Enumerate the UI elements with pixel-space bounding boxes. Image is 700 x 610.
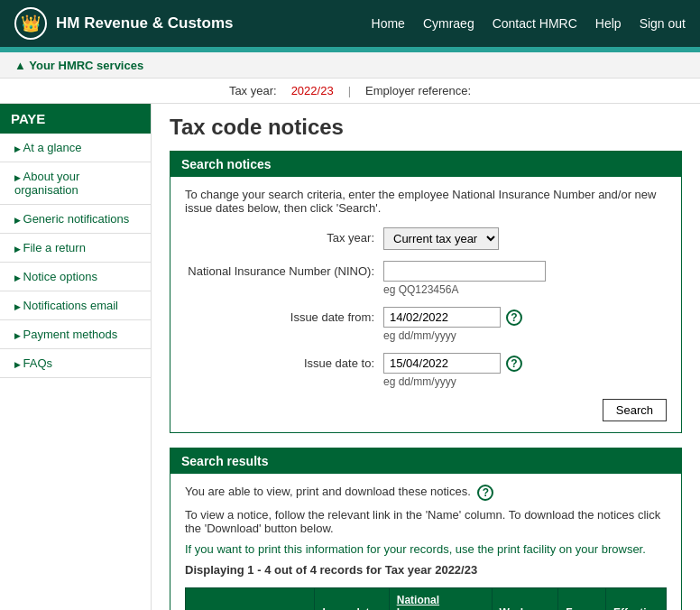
- search-box: Search notices To change your search cri…: [170, 151, 682, 433]
- sidebar-item-at-a-glance[interactable]: At a glance: [0, 134, 151, 162]
- nino-control-group: eg QQ123456A: [383, 261, 546, 296]
- search-box-header: Search notices: [170, 152, 681, 177]
- issue-date-from-row: Issue date from: 14/02/2022 ? eg dd/mm/y…: [185, 307, 667, 342]
- results-print-info: If you want to print this information fo…: [185, 542, 667, 556]
- issue-date-to-help-icon[interactable]: ?: [506, 356, 522, 372]
- employer-reference-label: Employer reference:: [365, 84, 471, 97]
- sidebar-item-faqs[interactable]: FAQs: [0, 349, 151, 378]
- search-box-body: To change your search criteria, enter th…: [170, 177, 681, 432]
- tax-year-field-label: Tax year:: [185, 227, 383, 245]
- header-logo: 👑 HM Revenue & Customs: [14, 7, 372, 40]
- nav-signout[interactable]: Sign out: [640, 16, 686, 31]
- header: 👑 HM Revenue & Customs Home Cymraeg Cont…: [0, 0, 700, 47]
- col-header-effective-date: Effective date: [605, 588, 666, 611]
- results-help-icon[interactable]: ?: [477, 485, 493, 501]
- results-box: Search results You are able to view, pri…: [170, 448, 682, 610]
- sidebar-item-payment-methods[interactable]: Payment methods: [0, 320, 151, 349]
- sort-issue-date[interactable]: Issue date: [322, 606, 375, 610]
- search-instructions: To change your search criteria, enter th…: [185, 188, 667, 215]
- header-title: HM Revenue & Customs: [56, 14, 233, 32]
- nino-input[interactable]: [383, 261, 546, 282]
- col-header-employee-name: Employee name: [186, 588, 315, 611]
- issue-date-from-control-group: 14/02/2022 ? eg dd/mm/yyyy: [383, 307, 522, 342]
- tax-year-select[interactable]: Current tax year 2021/22 2020/21 2019/20: [383, 227, 499, 250]
- separator: |: [348, 84, 351, 97]
- sidebar-item-notice-options[interactable]: Notice options: [0, 263, 151, 291]
- col-header-form-type: Form type: [558, 588, 606, 611]
- page-title: Tax code notices: [170, 115, 682, 140]
- tax-year-value: 2022/23: [291, 84, 334, 97]
- sort-effective-date[interactable]: Effective date: [613, 606, 659, 610]
- results-displaying: Displaying 1 - 4 out of 4 records for Ta…: [185, 563, 667, 577]
- sidebar-item-about-organisation[interactable]: About your organisation: [0, 162, 151, 205]
- issue-date-from-label: Issue date from:: [185, 307, 383, 324]
- sidebar-item-file-return[interactable]: File a return: [0, 234, 151, 263]
- hmrc-logo-icon: 👑: [14, 7, 47, 40]
- col-header-works-number: Works number: [492, 588, 558, 611]
- issue-date-to-input[interactable]: 15/04/2022: [383, 353, 501, 374]
- issue-date-to-hint: eg dd/mm/yyyy: [383, 375, 522, 388]
- results-view-detail: To view a notice, follow the relevant li…: [185, 508, 667, 535]
- sort-form-type[interactable]: Form type: [566, 606, 593, 610]
- sidebar-item-notifications-email[interactable]: Notifications email: [0, 291, 151, 320]
- issue-date-to-label: Issue date to:: [185, 353, 383, 370]
- services-bar: Your HMRC services: [0, 52, 700, 79]
- nav-cymraeg[interactable]: Cymraeg: [423, 16, 474, 31]
- services-link[interactable]: Your HMRC services: [14, 59, 143, 72]
- nav-help[interactable]: Help: [595, 16, 622, 31]
- col-header-issue-date: Issue date ▼: [315, 588, 389, 611]
- issue-date-to-row: Issue date to: 15/04/2022 ? eg dd/mm/yyy…: [185, 353, 667, 388]
- results-box-body: You are able to view, print and download…: [170, 474, 681, 610]
- results-table: Employee name Issue date ▼ National Insu…: [185, 587, 667, 610]
- issue-date-from-input[interactable]: 14/02/2022: [383, 307, 501, 328]
- tax-year-row: Tax year: Current tax year 2021/22 2020/…: [185, 227, 667, 250]
- results-view-info: You are able to view, print and download…: [185, 485, 667, 501]
- tax-year-control-group: Current tax year 2021/22 2020/21 2019/20: [383, 227, 499, 250]
- search-button[interactable]: Search: [603, 399, 667, 421]
- search-button-row: Search: [185, 399, 667, 421]
- nav-home[interactable]: Home: [372, 16, 405, 31]
- tax-year-label: Tax year:: [229, 84, 277, 97]
- sort-nino[interactable]: National Insurance Number: [397, 594, 448, 610]
- main-layout: PAYE At a glance About your organisation…: [0, 104, 700, 610]
- results-box-header: Search results: [170, 448, 681, 474]
- nav-contact[interactable]: Contact HMRC: [493, 16, 577, 31]
- issue-date-from-help-icon[interactable]: ?: [506, 310, 522, 326]
- issue-date-from-hint: eg dd/mm/yyyy: [383, 329, 522, 342]
- sidebar-item-generic-notifications[interactable]: Generic notifications: [0, 205, 151, 234]
- header-nav: Home Cymraeg Contact HMRC Help Sign out: [372, 16, 686, 31]
- nino-hint: eg QQ123456A: [383, 283, 546, 296]
- taxyear-bar: Tax year: 2022/23 | Employer reference:: [0, 79, 700, 104]
- sidebar: PAYE At a glance About your organisation…: [0, 104, 152, 610]
- content-area: Tax code notices Search notices To chang…: [152, 104, 700, 610]
- nino-field-label: National Insurance Number (NINO):: [185, 261, 383, 278]
- sidebar-section-title: PAYE: [0, 104, 151, 134]
- sort-works-number[interactable]: Works number: [500, 606, 539, 610]
- col-header-nino: National Insurance Number: [389, 588, 492, 611]
- issue-date-to-control-group: 15/04/2022 ? eg dd/mm/yyyy: [383, 353, 522, 388]
- nino-row: National Insurance Number (NINO): eg QQ1…: [185, 261, 667, 296]
